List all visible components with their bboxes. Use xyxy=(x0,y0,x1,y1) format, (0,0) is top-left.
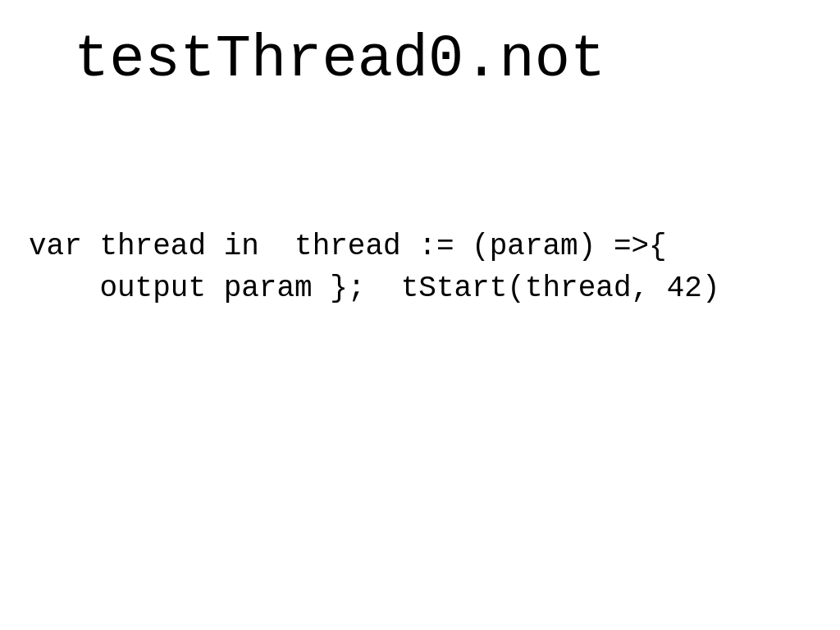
page-title: testThread0.not xyxy=(74,26,605,94)
code-line-1: var thread in thread := (param) =>{ xyxy=(29,226,840,267)
page-container: testThread0.not var thread in thread := … xyxy=(0,0,840,630)
code-section: var thread in thread := (param) =>{ outp… xyxy=(0,95,840,309)
title-section: testThread0.not xyxy=(0,0,840,95)
code-line-2: output param }; tStart(thread, 42) xyxy=(29,268,840,309)
